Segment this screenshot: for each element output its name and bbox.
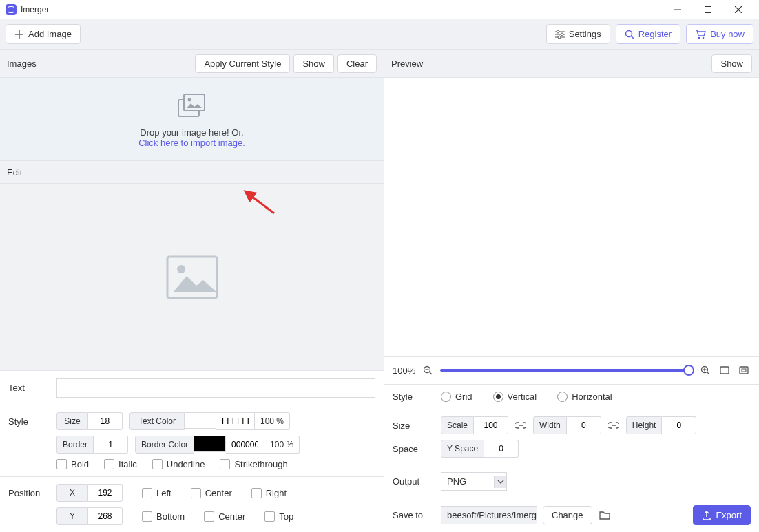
italic-checkbox[interactable]: Italic	[104, 459, 137, 469]
underline-checkbox[interactable]: Underline	[152, 459, 205, 469]
fit-screen-icon[interactable]	[718, 363, 731, 377]
image-stack-icon	[177, 93, 207, 119]
close-button[interactable]	[723, 0, 753, 19]
scale-label: Scale	[441, 416, 474, 434]
border-opacity-value[interactable]: 100 %	[264, 436, 300, 454]
clear-images-button[interactable]: Clear	[337, 54, 377, 73]
svg-point-22	[177, 265, 185, 273]
export-label: Export	[716, 510, 742, 520]
zoom-thumb[interactable]	[683, 365, 694, 376]
height-input[interactable]	[662, 416, 696, 434]
buy-now-button[interactable]: Buy now	[686, 24, 753, 44]
size-input[interactable]	[88, 412, 123, 430]
cart-icon	[695, 30, 706, 39]
zoom-slider[interactable]	[440, 369, 693, 372]
svg-rect-32	[742, 369, 746, 372]
drop-zone[interactable]: Drop your image here! Or, Click here to …	[0, 78, 384, 160]
border-input[interactable]	[94, 436, 128, 454]
link-scale-icon[interactable]	[514, 418, 528, 432]
chevron-down-icon	[494, 476, 506, 488]
add-image-button[interactable]: Add Image	[6, 24, 81, 44]
output-format-select[interactable]: PNG	[441, 472, 507, 491]
x-input[interactable]	[88, 484, 123, 502]
pos-bottom-checkbox[interactable]: Bottom	[142, 511, 185, 522]
save-group: Save to beesoft/Pictures/Imerger Change …	[384, 498, 759, 532]
preview-header: Preview Show	[384, 50, 759, 78]
pos-center1-checkbox[interactable]: Center	[191, 488, 232, 498]
border-color-swatch[interactable]	[194, 436, 226, 452]
width-label: Width	[533, 416, 567, 434]
position-label: Position	[8, 488, 56, 498]
output-label: Output	[393, 476, 441, 487]
plus-icon	[14, 30, 24, 39]
bold-checkbox[interactable]: Bold	[56, 459, 89, 469]
preview-title: Preview	[391, 58, 423, 69]
pos-right-checkbox[interactable]: Right	[251, 488, 287, 498]
edit-header: Edit	[0, 160, 384, 184]
svg-rect-31	[740, 367, 748, 374]
text-label: Text	[8, 383, 56, 393]
text-color-label: Text Color	[129, 412, 185, 430]
svg-rect-1	[705, 6, 711, 12]
svg-line-27	[707, 372, 710, 375]
yspace-input[interactable]	[484, 440, 519, 458]
settings-label: Settings	[569, 29, 601, 39]
edit-title: Edit	[7, 167, 22, 178]
show-images-button[interactable]: Show	[293, 54, 334, 73]
open-folder-icon[interactable]	[598, 509, 612, 522]
add-image-label: Add Image	[28, 29, 72, 39]
export-icon	[702, 511, 711, 520]
images-title: Images	[7, 58, 37, 69]
text-opacity-value[interactable]: 100 %	[255, 412, 290, 430]
apply-style-button[interactable]: Apply Current Style	[195, 54, 290, 73]
svg-point-11	[558, 36, 561, 39]
grid-radio[interactable]: Grid	[441, 392, 472, 402]
buy-now-label: Buy now	[710, 29, 745, 39]
search-icon	[625, 30, 634, 39]
pos-left-checkbox[interactable]: Left	[142, 488, 171, 498]
svg-line-13	[631, 36, 634, 39]
maximize-button[interactable]	[693, 0, 723, 19]
zoom-out-icon[interactable]	[421, 363, 435, 377]
style-group: Style Size Text Color 100 %	[0, 405, 384, 477]
edit-canvas	[0, 184, 384, 371]
svg-point-9	[561, 33, 563, 36]
border-color-input[interactable]	[226, 436, 264, 454]
position-group: Position X Left Center Right Y	[0, 477, 384, 532]
layout-style-group: Style Grid Vertical Horizontal	[384, 385, 759, 409]
sliders-icon	[555, 30, 565, 39]
text-group: Text	[0, 371, 384, 405]
text-color-swatch[interactable]	[185, 412, 216, 429]
titlebar: Imerger	[0, 0, 759, 19]
scale-input[interactable]	[474, 416, 508, 434]
window-controls	[663, 0, 753, 19]
yspace-label: Y Space	[441, 440, 484, 458]
change-path-button[interactable]: Change	[543, 506, 592, 524]
x-label: X	[56, 484, 88, 502]
vertical-radio[interactable]: Vertical	[493, 392, 537, 402]
pos-center2-checkbox[interactable]: Center	[204, 511, 245, 522]
y-input[interactable]	[88, 507, 123, 525]
svg-point-12	[625, 30, 632, 36]
zoom-in-icon[interactable]	[698, 363, 712, 377]
show-preview-button[interactable]: Show	[711, 54, 752, 73]
text-input[interactable]	[56, 378, 375, 398]
settings-button[interactable]: Settings	[546, 24, 610, 44]
svg-line-24	[430, 372, 433, 375]
strike-checkbox[interactable]: Strikethrough	[220, 459, 287, 469]
minimize-button[interactable]	[663, 0, 693, 19]
actual-size-icon[interactable]	[737, 363, 751, 377]
style-label: Style	[8, 416, 56, 427]
pos-top-checkbox[interactable]: Top	[264, 511, 293, 522]
link-wh-icon[interactable]	[607, 418, 621, 432]
y-label: Y	[56, 507, 88, 525]
border-label: Border	[56, 436, 94, 454]
import-link[interactable]: Click here to import image.	[138, 138, 245, 148]
export-button[interactable]: Export	[693, 505, 751, 525]
main-toolbar: Add Image Settings Register Buy now	[0, 19, 759, 50]
text-color-input[interactable]	[216, 412, 255, 430]
width-input[interactable]	[567, 416, 601, 434]
horizontal-radio[interactable]: Horizontal	[557, 392, 612, 402]
svg-point-20	[187, 98, 191, 102]
register-button[interactable]: Register	[616, 24, 680, 44]
